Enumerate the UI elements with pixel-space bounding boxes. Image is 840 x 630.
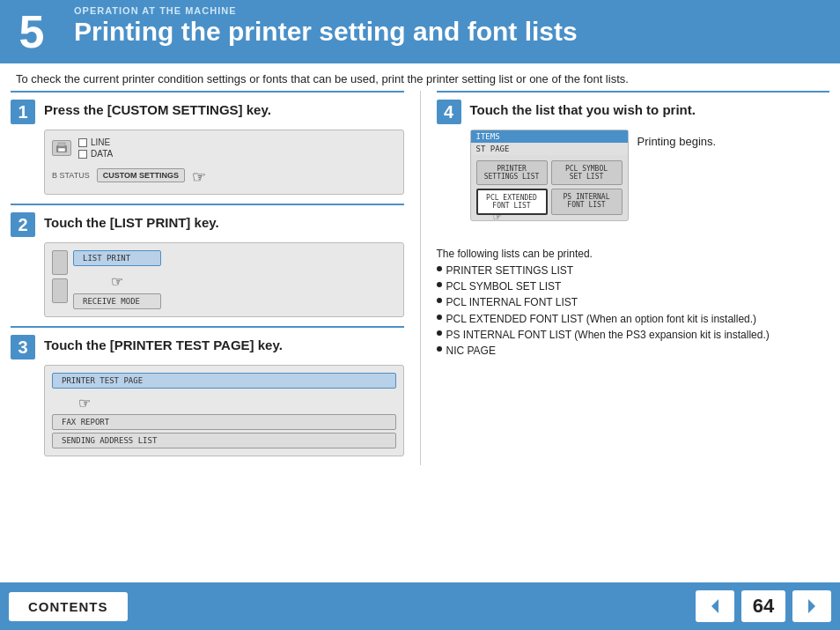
step-4-title: Touch the list that you wish to print. (470, 100, 696, 117)
bullet-text-3: PCL EXTENDED FONT LIST (When an option f… (446, 312, 757, 326)
svg-marker-3 (711, 599, 718, 613)
bullet-text-1: PCL SYMBOL SET LIST (446, 279, 562, 293)
step-2-number: 2 (11, 212, 35, 237)
page-title: Printing the printer setting and font li… (74, 16, 829, 48)
receive-mode-button[interactable]: RECEIVE MODE (73, 293, 161, 309)
bullet-text-5: NIC PAGE (446, 344, 496, 358)
bullet-list: PRINTER SETTINGS LIST PCL SYMBOL SET LIS… (437, 263, 830, 358)
bullet-text-2: PCL INTERNAL FONT LIST (446, 295, 578, 309)
bullet-intro-text: The following lists can be printed. (437, 248, 830, 260)
prev-page-button[interactable] (696, 590, 734, 622)
line-label: LINE (91, 137, 110, 147)
bullet-dot-3 (437, 315, 442, 320)
step4-title-bar: ITEMS (471, 130, 628, 143)
main-content: 1 Press the [CUSTOM SETTINGS] key. (0, 91, 840, 465)
step-2-title: Touch the [LIST PRINT] key. (44, 212, 219, 230)
intro-text: To check the current printer condition s… (0, 63, 840, 91)
bullet-dot-1 (437, 282, 442, 287)
bullet-dot-0 (437, 266, 442, 271)
side-box-1 (52, 250, 68, 275)
data-checkbox (78, 150, 87, 159)
bullet-item-2: PCL INTERNAL FONT LIST (437, 295, 830, 309)
step4-grid: PRINTER SETTINGS LIST PCL SYMBOL SET LIS… (471, 155, 628, 220)
ps-internal-btn[interactable]: PS INTERNAL FONT LIST (551, 189, 623, 215)
finger-pointer-icon: ☞ (192, 167, 206, 187)
left-column: 1 Press the [CUSTOM SETTINGS] key. (11, 91, 420, 465)
step-3-number: 3 (11, 335, 35, 359)
bullet-dot-2 (437, 298, 442, 303)
step-4-number: 4 (437, 100, 461, 124)
step-1-panel: LINE DATA B STATUS CUSTOM SETTINGS ☞ (44, 130, 404, 195)
bullet-item-5: NIC PAGE (437, 344, 830, 358)
next-arrow-icon (802, 597, 822, 616)
footer-navigation: 64 (696, 590, 831, 622)
fax-report-button[interactable]: FAX REPORT (52, 414, 396, 430)
bullet-text-0: PRINTER SETTINGS LIST (446, 263, 574, 278)
header-text-block: OPERATION AT THE MACHINE Printing the pr… (63, 0, 840, 63)
finger-icon-4: ☞ (494, 210, 501, 224)
side-box-2 (52, 278, 68, 303)
next-page-button[interactable] (792, 590, 831, 622)
step-3: 3 Touch the [PRINTER TEST PAGE] key. PRI… (11, 326, 404, 462)
pcl-symbol-btn[interactable]: PCL SYMBOL SET LIST (551, 160, 623, 185)
step-2: 2 Touch the [LIST PRINT] key. LIST PRINT… (11, 204, 404, 322)
chapter-number: 5 (0, 0, 63, 63)
custom-settings-button[interactable]: CUSTOM SETTINGS (97, 168, 185, 182)
svg-rect-2 (58, 148, 65, 152)
step-3-title: Touch the [PRINTER TEST PAGE] key. (44, 335, 283, 352)
sending-address-list-button[interactable]: SENDING ADDRESS LIST (52, 433, 396, 448)
step4-subtitle: ST PAGE (471, 143, 628, 155)
prev-arrow-icon (705, 597, 725, 616)
list-print-button[interactable]: LIST PRINT (73, 250, 161, 266)
step-3-panel: PRINTER TEST PAGE ☞ FAX REPORT SENDING A… (44, 365, 404, 456)
pcl-extended-btn[interactable]: PCL EXTENDED FONT LIST☞ (476, 189, 548, 215)
right-column: 4 Touch the list that you wish to print.… (420, 91, 830, 465)
step-2-panel: LIST PRINT ☞ RECEIVE MODE (44, 242, 404, 317)
bullet-section: The following lists can be printed. PRIN… (437, 248, 830, 358)
bullet-dot-5 (437, 346, 442, 352)
finger-icon-2: ☞ (73, 273, 161, 290)
step-4: 4 Touch the list that you wish to print.… (437, 91, 830, 241)
svg-rect-1 (58, 143, 65, 146)
printing-begins-text: Printing begins. (637, 135, 717, 148)
bullet-dot-4 (437, 330, 442, 336)
b-status-label: B STATUS (52, 171, 90, 180)
page-header: 5 OPERATION AT THE MACHINE Printing the … (0, 0, 840, 63)
svg-marker-4 (808, 599, 815, 613)
finger-icon-3: ☞ (78, 395, 396, 411)
bullet-text-4: PS INTERNAL FONT LIST (When the PS3 expa… (446, 328, 770, 342)
printer-icon (52, 140, 71, 156)
line-data-labels: LINE DATA (78, 137, 113, 159)
bullet-item-4: PS INTERNAL FONT LIST (When the PS3 expa… (437, 328, 830, 342)
contents-button[interactable]: CONTENTS (9, 592, 128, 621)
page-footer: CONTENTS 64 (0, 582, 840, 630)
printer-settings-list-btn[interactable]: PRINTER SETTINGS LIST (476, 160, 548, 185)
step-1-title: Press the [CUSTOM SETTINGS] key. (44, 100, 271, 117)
line-checkbox (78, 138, 87, 147)
bullet-item-3: PCL EXTENDED FONT LIST (When an option f… (437, 312, 830, 326)
bullet-item-1: PCL SYMBOL SET LIST (437, 279, 830, 293)
page-number: 64 (741, 590, 785, 622)
step-1: 1 Press the [CUSTOM SETTINGS] key. (11, 91, 404, 200)
step-1-number: 1 (11, 100, 35, 124)
operation-label: OPERATION AT THE MACHINE (74, 5, 829, 16)
data-label: DATA (91, 149, 113, 159)
printer-test-page-button[interactable]: PRINTER TEST PAGE (52, 373, 396, 389)
step-4-ui-panel: ITEMS ST PAGE PRINTER SETTINGS LIST PCL … (470, 130, 629, 221)
bullet-item-0: PRINTER SETTINGS LIST (437, 263, 830, 278)
